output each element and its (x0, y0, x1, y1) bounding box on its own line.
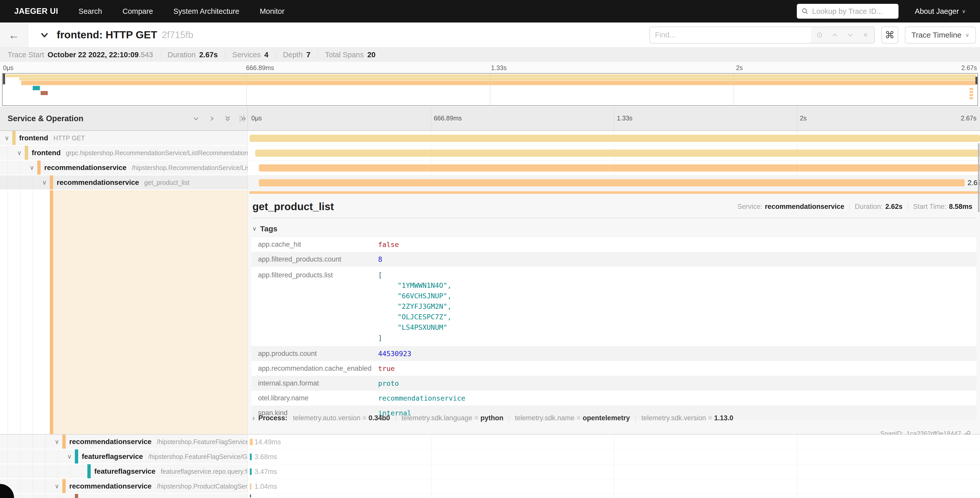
chevron-down-icon: ∨ (962, 8, 966, 14)
minimap-viewport-handle-left[interactable] (3, 73, 5, 85)
span-operation-name: /hipstershop.ProductCatalogSer... (157, 483, 248, 490)
span-service-name: recommendationservice (57, 179, 139, 186)
span-duration-bar[interactable] (250, 135, 980, 142)
detail-service-label: Service: (738, 203, 763, 211)
trace-id-short: 2f715fb (162, 30, 193, 40)
service-color-stripe (50, 176, 53, 190)
command-icon: ⌘ (885, 29, 895, 41)
tag-row: app.recommendation.cache_enabled true (251, 361, 977, 376)
span-duration-bar[interactable] (259, 164, 980, 172)
about-jaeger-label: About Jaeger (915, 7, 959, 16)
span-row-recommendationservice-list[interactable]: ∨ recommendationservice /hipstershop.Rec… (0, 161, 980, 176)
tags-section-title: Tags (260, 225, 277, 233)
meta-depth: Depth 7 (283, 51, 311, 59)
service-color-stripe (75, 449, 78, 463)
minimap-tick-50: 1.33s (491, 64, 507, 72)
span-row-featureflagservice-get[interactable]: ∨ featureflagservice /hipstershop.Featur… (0, 449, 980, 464)
span-operation-name: grpc.hipstershop.RecommendationService/L… (66, 149, 248, 156)
process-item: telemetry.auto.version = 0.34b0 (293, 414, 396, 422)
collapse-trace-chevron-icon[interactable] (39, 30, 49, 40)
trace-view-selector[interactable]: Trace Timeline ∨ (905, 27, 976, 43)
span-duration-label: 14.49ms (255, 438, 281, 446)
span-service-name: frontend (32, 149, 61, 157)
span-row-get-product-list[interactable]: ∨ recommendationservice get_product_list… (0, 176, 980, 190)
meta-duration: Duration 2.67s (168, 51, 218, 59)
span-detail-duration-bar (249, 191, 980, 194)
tag-row: app.products.count 44530923 (251, 346, 977, 361)
row-collapse-chevron-icon[interactable]: ∨ (5, 134, 9, 142)
tag-row: app.cache_hit false (251, 237, 977, 252)
tag-row: otel.library.name recommendationservice (251, 391, 977, 405)
row-collapse-chevron-icon[interactable]: ∨ (30, 164, 34, 171)
next-result-icon[interactable] (846, 31, 854, 39)
span-row-partial[interactable] (0, 494, 980, 498)
chevron-right-icon: › (252, 414, 255, 422)
tags-section-toggle[interactable]: ∨ Tags (252, 225, 277, 233)
scrollbar-thumb[interactable] (978, 143, 980, 212)
row-collapse-chevron-icon[interactable]: ∨ (17, 149, 22, 156)
minimap-viewport-handle-right[interactable] (975, 77, 977, 85)
focus-result-icon[interactable] (816, 31, 823, 39)
trace-id-input[interactable] (812, 7, 894, 16)
column-resizer-handle[interactable] (240, 115, 244, 122)
keyboard-shortcuts-button[interactable]: ⌘ (881, 27, 898, 43)
span-row-recommendationservice-productcatalog[interactable]: ∨ recommendationservice /hipstershop.Pro… (0, 479, 980, 494)
span-row-frontend-http-get[interactable]: ∨ frontend HTTP GET (0, 131, 980, 146)
span-row-recommendationservice-featureflag[interactable]: ∨ recommendationservice /hipstershop.Fea… (0, 434, 980, 449)
service-color-stripe (62, 434, 66, 449)
minimap-tick-75: 2s (736, 64, 743, 72)
service-color-stripe (25, 146, 28, 160)
minimap-span-bar (969, 97, 973, 99)
span-row-frontend-grpc[interactable]: ∨ frontend grpc.hipstershop.Recommendati… (0, 146, 980, 161)
span-duration-bar[interactable] (259, 179, 965, 186)
meta-total-spans: Total Spans 20 (325, 51, 375, 59)
trace-view-label: Trace Timeline (912, 31, 962, 39)
span-duration-bar[interactable] (250, 468, 251, 475)
detail-span-title: get_product_list (252, 201, 334, 213)
process-section-toggle[interactable]: › Process: telemetry.auto.version = 0.34… (252, 414, 739, 422)
chevron-down-icon: ∨ (966, 32, 969, 38)
clear-find-icon[interactable] (862, 31, 869, 39)
timeline-axis: 0μs 666.89ms 1.33s 2s 2.67s (248, 107, 980, 130)
service-color-stripe (37, 161, 41, 175)
row-collapse-chevron-icon[interactable]: ∨ (55, 438, 59, 445)
span-duration-bar[interactable] (250, 483, 251, 490)
timeline-column-header: Service & Operation 0μs 666.89ms 1.33s 2… (0, 107, 980, 131)
row-collapse-chevron-icon[interactable]: ∨ (67, 453, 72, 460)
nav-item-search[interactable]: Search (79, 7, 102, 16)
process-item: telemetry.sdk.version = 1.13.0 (635, 414, 739, 422)
row-collapse-chevron-icon[interactable]: ∨ (55, 483, 59, 490)
service-color-stripe (62, 479, 66, 493)
span-service-name: recommendationservice (69, 438, 151, 445)
span-duration-bar[interactable] (250, 453, 251, 460)
span-service-name: recommendationservice (44, 164, 126, 172)
span-operation-name: HTTP GET (53, 134, 85, 142)
tag-row: internal.span.format proto (251, 376, 977, 391)
minimap-canvas[interactable] (2, 73, 978, 106)
detail-start-label: Start Time: (913, 203, 947, 211)
expand-one-chevron-right-icon[interactable] (208, 115, 216, 123)
trace-id-lookup[interactable] (797, 4, 899, 19)
app-brand[interactable]: JAEGER UI (14, 6, 58, 16)
span-operation-name: /hipstershop.FeatureFlagService... (157, 438, 248, 445)
detail-start-value: 8.58ms (949, 203, 972, 211)
collapse-one-chevron-down-icon[interactable] (192, 115, 200, 123)
nav-item-monitor[interactable]: Monitor (260, 7, 285, 16)
row-collapse-chevron-icon[interactable]: ∨ (42, 179, 47, 186)
expand-all-double-chevron-down-icon[interactable] (224, 115, 231, 123)
about-jaeger-menu[interactable]: About Jaeger ∨ (915, 7, 966, 16)
minimap-span-bar (6, 74, 976, 77)
nav-item-system-architecture[interactable]: System Architecture (173, 7, 239, 16)
minimap-tick-0: 0μs (3, 64, 14, 72)
find-input[interactable] (655, 31, 806, 39)
minimap-span-bar (969, 91, 973, 93)
span-duration-bar[interactable] (250, 495, 251, 498)
span-duration-bar[interactable] (250, 439, 253, 445)
span-duration-bar[interactable] (255, 150, 980, 157)
span-row-featureflagservice-repo-query[interactable]: featureflagservice featureflagservice.re… (0, 464, 980, 479)
process-item: telemetry.sdk.language = python (396, 414, 509, 422)
prev-result-icon[interactable] (831, 31, 839, 39)
nav-item-compare[interactable]: Compare (123, 7, 153, 16)
back-button[interactable]: ← (0, 22, 28, 47)
span-duration-label: 1.04ms (255, 482, 277, 490)
